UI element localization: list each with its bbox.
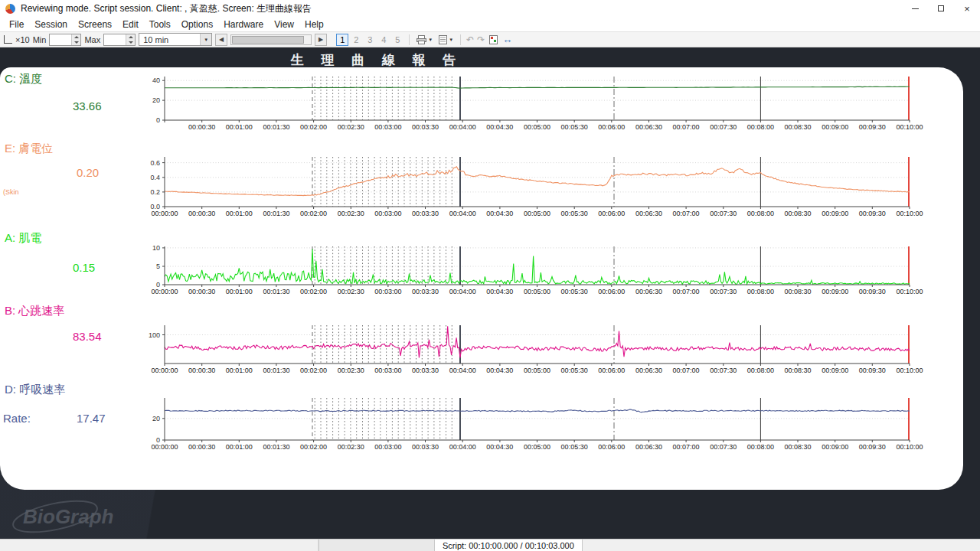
print-button[interactable]: ▼ [415, 34, 434, 46]
channel-label-3: B: 心跳速率 [5, 304, 64, 318]
x-tick-label: 00:00:30 [188, 288, 215, 295]
x-tick-label: 00:02:30 [338, 367, 364, 374]
x-tick-label: 00:03:30 [412, 367, 439, 374]
x-tick-label: 00:09:00 [822, 210, 848, 217]
x-tick-label: 00:07:30 [710, 210, 737, 217]
spin-up-icon[interactable] [126, 34, 135, 40]
biograph-watermark: BioGraph [8, 492, 176, 539]
pan-horizontal-icon[interactable]: ↔ [502, 34, 512, 45]
menu-item-view[interactable]: View [269, 19, 299, 30]
redo-icon[interactable]: ↷ [477, 34, 485, 45]
undo-icon[interactable]: ↶ [466, 34, 474, 45]
x-tick-label: 00:06:30 [635, 288, 662, 295]
menu-bar: FileSessionScreensEditToolsOptionsHardwa… [0, 17, 980, 32]
page-button-1[interactable]: 1 [336, 34, 348, 46]
event-markers-button[interactable] [488, 34, 499, 46]
min-input[interactable] [49, 34, 81, 46]
channel-value-0: 33.66 [73, 99, 102, 112]
spin-down-icon[interactable] [72, 40, 80, 45]
report-icon [439, 35, 447, 44]
time-scale-select[interactable]: 10 min ▼ [139, 33, 212, 46]
spin-up-icon[interactable] [72, 34, 80, 40]
x-tick-label: 00:02:00 [300, 210, 327, 217]
x-tick-label: 00:02:00 [300, 443, 327, 451]
menu-item-screens[interactable]: Screens [73, 19, 117, 30]
title-bar: Reviewing mode. Script session. Client: … [0, 0, 980, 17]
menu-item-options[interactable]: Options [176, 19, 218, 30]
x-tick-label: 00:05:30 [561, 210, 588, 217]
x-tick-label: 00:02:30 [338, 288, 364, 295]
report-button[interactable]: ▼ [437, 34, 455, 46]
close-button[interactable]: × [954, 0, 980, 17]
x-tick-label: 00:10:00 [896, 443, 923, 451]
x-tick-label: 00:01:00 [226, 443, 253, 451]
chevron-down-icon[interactable]: ▼ [428, 37, 433, 42]
x-tick-label: 00:05:30 [561, 443, 588, 451]
app-icon [5, 4, 15, 14]
page-button-4[interactable]: 4 [377, 34, 390, 46]
x-tick-label: 00:04:00 [449, 123, 476, 131]
x-tick-label: 00:06:00 [598, 443, 625, 451]
x-tick-label: 00:07:00 [673, 123, 700, 131]
x-tick-label: 00:05:00 [524, 288, 550, 295]
menu-item-hardware[interactable]: Hardware [218, 19, 269, 30]
page-button-2[interactable]: 2 [350, 34, 362, 46]
minimize-button[interactable] [902, 0, 928, 17]
min-label: Min [33, 35, 47, 44]
toolbar-separator [460, 34, 461, 45]
spin-down-icon[interactable] [126, 40, 135, 45]
page-button-5[interactable]: 5 [391, 34, 403, 46]
scroll-left-button[interactable]: ◀ [215, 34, 227, 46]
x-tick-label: 00:04:00 [449, 443, 476, 451]
x-tick-label: 00:04:00 [449, 210, 476, 217]
x-axis-labels: 00:00:3000:01:0000:01:3000:02:0000:02:30… [165, 123, 910, 132]
x-tick-label: 00:09:30 [859, 123, 886, 131]
x-tick-label: 00:08:30 [785, 123, 812, 131]
x-tick-label: 00:01:30 [263, 288, 289, 295]
x-tick-label: 00:02:00 [300, 123, 327, 131]
chart-temperature-plot [165, 77, 910, 120]
x-tick-label: 00:00:00 [151, 443, 178, 451]
scroll-right-button[interactable]: ▶ [315, 34, 327, 46]
event-flag-icon [489, 35, 498, 44]
x-tick-label: 00:02:30 [338, 210, 364, 217]
x-tick-label: 00:07:30 [710, 443, 737, 451]
chart-emg-plot [165, 246, 910, 285]
x-tick-label: 00:03:00 [374, 210, 401, 217]
scrollbar-thumb[interactable] [232, 36, 304, 44]
page-button-3[interactable]: 3 [364, 34, 376, 46]
menu-item-file[interactable]: File [4, 19, 29, 30]
menu-item-help[interactable]: Help [299, 19, 329, 30]
menu-item-tools[interactable]: Tools [144, 19, 176, 30]
y-tick-label: 20 [152, 415, 160, 422]
x-tick-label: 00:01:30 [263, 443, 289, 451]
max-input[interactable] [103, 34, 136, 46]
x-tick-label: 00:00:00 [151, 288, 178, 295]
maximize-button[interactable] [928, 0, 954, 17]
chevron-down-icon[interactable]: ▼ [449, 37, 453, 42]
status-script-time: Script: 00:10:00.000 / 00:10:03.000 [435, 540, 583, 551]
x-tick-label: 00:05:00 [524, 210, 550, 217]
report-title: 生 理 曲 線 報 告 [224, 51, 530, 69]
menu-item-edit[interactable]: Edit [117, 19, 144, 30]
x-tick-label: 00:10:00 [896, 210, 923, 217]
x-axis-labels: 00:00:0000:00:3000:01:0000:01:3000:02:00… [165, 443, 910, 452]
toolbar: ×10 Min Max 10 min ▼ ◀ ▶ 12345 ▼ ▼ ↶ ↷ [0, 32, 980, 47]
status-bar: Script: 00:10:00.000 / 00:10:03.000 [0, 539, 980, 551]
svg-text:BioGraph: BioGraph [23, 505, 113, 528]
x-tick-label: 00:08:30 [785, 288, 812, 295]
x-tick-label: 00:09:00 [822, 123, 848, 131]
max-label: Max [84, 35, 100, 44]
axis-scale-icon[interactable] [4, 35, 12, 44]
x-tick-label: 00:04:30 [486, 367, 513, 374]
x-tick-label: 00:07:00 [673, 210, 700, 217]
time-scrollbar[interactable] [230, 34, 312, 45]
x-tick-label: 00:07:30 [710, 367, 737, 374]
max-spinner[interactable] [126, 34, 135, 45]
min-spinner[interactable] [71, 34, 80, 45]
chevron-down-icon[interactable]: ▼ [200, 34, 211, 45]
chart-skin-potential-plot [165, 157, 910, 207]
x-tick-label: 00:09:00 [822, 367, 848, 374]
x-tick-label: 00:09:30 [859, 367, 886, 374]
menu-item-session[interactable]: Session [29, 19, 73, 30]
